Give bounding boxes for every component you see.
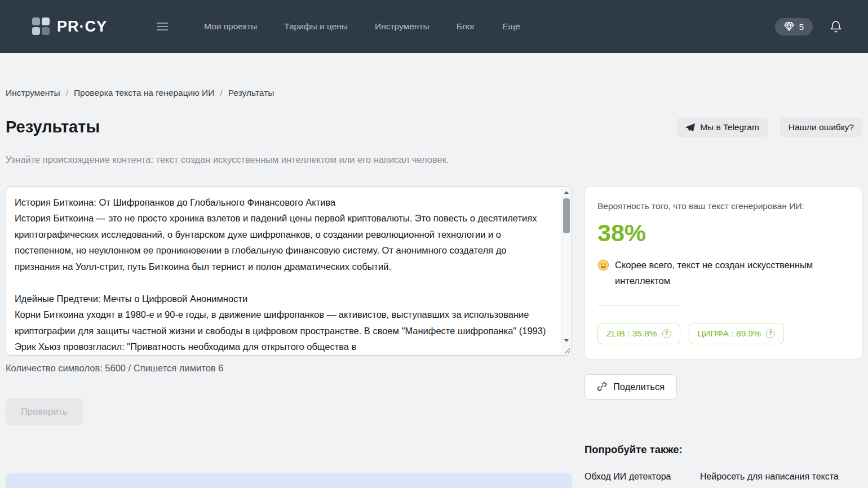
scrollbar-thumb[interactable] [563,198,570,233]
prcy-logo-text: PR·CY [57,18,107,36]
text-input-value: История Биткоина: От Шифропанков до Глоб… [6,187,572,355]
notifications-bell-icon[interactable] [830,20,842,33]
text-input[interactable]: История Биткоина: От Шифропанков до Глоб… [6,187,572,356]
nav-item-projects[interactable]: Мои проекты [204,21,257,32]
nav-item-more[interactable]: Ещё [502,21,520,32]
probability-label: Вероятность того, что ваш текст сгенерир… [597,201,849,211]
metric-zipf[interactable]: ЦИПФА : 89.9% ? [689,323,784,344]
link-ai-detector-bypass[interactable]: Обход ИИ детектора [584,472,689,482]
probability-value: 38% [597,219,849,247]
telegram-icon [685,123,695,132]
result-card: Вероятность того, что ваш текст сгенерир… [584,187,862,360]
prcy-logo-icon [32,17,50,36]
credits-counter[interactable]: 5 [775,18,813,36]
metric-zlib[interactable]: ZLIB : 35.8% ? [597,323,680,344]
verdict-row: Скорее всего, текст не создан искусствен… [597,257,840,289]
prcy-logo[interactable]: PR·CY [32,17,107,36]
report-error-button[interactable]: Нашли ошибку? [780,118,862,137]
main-navigation: Мои проекты Тарифы и цены Инструменты Бл… [204,21,520,32]
help-icon[interactable]: ? [662,329,671,338]
hamburger-menu-icon[interactable] [153,19,171,34]
telegram-button[interactable]: Мы в Telegram [677,118,768,137]
top-navbar: PR·CY Мои проекты Тарифы и цены Инструме… [0,0,868,53]
smiley-icon [597,259,609,271]
breadcrumb-tools[interactable]: Инструменты [6,88,60,98]
help-icon[interactable]: ? [766,329,775,338]
try-also-links: Обход ИИ детектора Нейросеть для написан… [584,472,862,488]
page-title: Результаты [6,118,100,136]
scroll-up-arrow-icon[interactable] [562,188,571,197]
try-also-title: Попробуйте также: [584,443,862,456]
nav-item-pricing[interactable]: Тарифы и цены [284,21,348,32]
link-text-writing-ai[interactable]: Нейросеть для написания текста [700,472,862,482]
check-button[interactable]: Проверить [6,398,83,425]
divider [597,305,682,306]
credits-count: 5 [799,22,804,32]
char-count: Количество символов: 5600 / Спишется лим… [6,363,572,374]
breadcrumb: Инструменты / Проверка текста на генерац… [6,88,862,98]
info-box: Загрузите текст длиной от 1000 символов.… [6,473,572,488]
diamond-icon [784,22,794,31]
share-button[interactable]: Поделиться [584,374,677,400]
page-subtitle: Узнайте происхождение контента: текст со… [6,154,862,165]
breadcrumb-ai-check[interactable]: Проверка текста на генерацию ИИ [74,88,214,98]
nav-item-tools[interactable]: Инструменты [375,21,429,32]
resize-grip-icon[interactable] [564,348,570,354]
textarea-scrollbar[interactable] [561,188,571,354]
nav-item-blog[interactable]: Блог [457,21,476,32]
share-link-icon [597,381,607,392]
breadcrumb-results: Результаты [228,88,274,98]
scroll-down-arrow-icon[interactable] [562,336,571,345]
verdict-text: Скорее всего, текст не создан искусствен… [615,257,840,289]
